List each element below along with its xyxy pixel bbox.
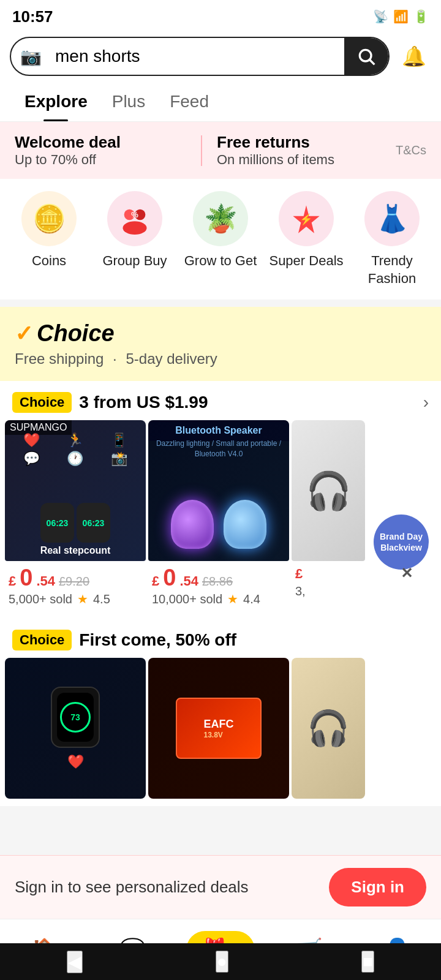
- price-main-p2: 0: [163, 566, 176, 589]
- grow-to-get-label: Grow to Get: [184, 252, 257, 270]
- tab-explore[interactable]: Explore: [12, 82, 100, 121]
- categories: 🪙 Coins % Group Buy 🪴 Grow to Get: [0, 179, 441, 300]
- product-info-p1: £ 0 .54 £9.20 5,000+ sold ★ 4.5: [5, 561, 146, 611]
- price-dec-p1: .54: [36, 573, 55, 589]
- product-row-1: SUPMANGO ❤️ 🏃 📱 💬 🕐 📸 06:23 06:23 Real s…: [0, 420, 441, 619]
- product-icons-grid: ❤️ 🏃 📱 💬 🕐 📸: [11, 432, 140, 467]
- star-icon-p1: ★: [77, 592, 88, 606]
- coins-label: Coins: [32, 252, 66, 270]
- svg-text:⚡: ⚡: [300, 213, 313, 226]
- product-tag-p2: Bluetooth Speaker: [148, 420, 289, 441]
- battery-icon: 🔋: [413, 9, 429, 24]
- price-row-p3: £: [295, 566, 361, 582]
- super-deals-icon: ⚡: [279, 191, 334, 246]
- svg-point-0: [360, 50, 371, 61]
- product-card-p4[interactable]: 73 ❤️: [5, 658, 146, 799]
- section1-badge: Choice: [12, 392, 72, 413]
- product-card-p3[interactable]: 🎧 £ 3,: [292, 420, 365, 611]
- section2-title-wrap: Choice First come, 50% off: [12, 630, 236, 650]
- choice-check-icon: ✓: [15, 321, 33, 347]
- svg-point-4: [123, 221, 147, 235]
- trendy-fashion-label: Trendy Fashion: [349, 252, 435, 287]
- search-button[interactable]: [344, 37, 388, 76]
- grow-to-get-icon: 🪴: [193, 191, 248, 246]
- speaker-images: [171, 500, 266, 549]
- product-overlay-text-p1: Real stepcount: [5, 545, 146, 556]
- camera-button[interactable]: 📷: [11, 37, 50, 76]
- section1-title: 3 from US $1.99: [79, 393, 208, 412]
- group-buy-label: Group Buy: [102, 252, 167, 270]
- category-coins[interactable]: 🪙 Coins: [6, 191, 92, 270]
- section2-badge: Choice: [12, 630, 72, 650]
- smartwatch-display: 06:23 06:23: [40, 503, 110, 543]
- tab-feed[interactable]: Feed: [157, 82, 221, 121]
- category-grow-to-get[interactable]: 🪴 Grow to Get: [178, 191, 263, 270]
- price-row-p1: £ 0 .54 £9.20: [9, 566, 142, 589]
- product-image-p6: 🎧: [292, 658, 365, 799]
- banner-divider: [201, 135, 202, 166]
- product-card-p1[interactable]: SUPMANGO ❤️ 🏃 📱 💬 🕐 📸 06:23 06:23 Real s…: [5, 420, 146, 611]
- price-row-p2: £ 0 .54 £8.86: [152, 566, 285, 589]
- welcome-banner: Welcome deal Up to 70% off Free returns …: [0, 122, 441, 179]
- price-orig-p1: £9.20: [59, 575, 89, 589]
- welcome-returns-right: Free returns On millions of items: [217, 133, 388, 168]
- android-recent-button[interactable]: ■: [361, 951, 374, 973]
- status-time: 10:57: [12, 7, 53, 26]
- brand-day-badge[interactable]: Brand Day Blackview: [374, 514, 429, 570]
- trendy-fashion-icon: 👗: [364, 191, 420, 246]
- section2-header: Choice First come, 50% off: [0, 619, 441, 658]
- float-badge-close[interactable]: ✕: [401, 565, 413, 582]
- tandc-link[interactable]: T&Cs: [396, 143, 426, 157]
- product-image-p2: Bluetooth Speaker Dazzling lighting / Sm…: [148, 420, 289, 561]
- price-orig-p2: £8.86: [202, 575, 233, 589]
- price-dec-p2: .54: [179, 573, 198, 589]
- product-image-p5: EAFC 13.8V: [148, 658, 289, 799]
- category-group-buy[interactable]: % Group Buy: [92, 191, 178, 270]
- android-nav: ◀ ● ■: [0, 943, 441, 980]
- rating-p2: 4.4: [243, 592, 260, 606]
- free-returns-title: Free returns: [217, 133, 388, 152]
- super-deals-label: Super Deals: [269, 252, 343, 270]
- product-card-p6[interactable]: 🎧: [292, 658, 365, 799]
- android-home-button[interactable]: ●: [216, 951, 228, 973]
- coins-icon: 🪙: [21, 191, 77, 246]
- search-input-wrap: 📷 men shorts: [10, 37, 390, 76]
- search-bar: 📷 men shorts 🔔: [0, 31, 441, 82]
- signin-bar: Sign in to see personalized deals Sign i…: [0, 855, 441, 919]
- sold-row-p2: 10,000+ sold ★ 4.4: [152, 592, 285, 606]
- notification-button[interactable]: 🔔: [397, 39, 431, 74]
- choice-title: ✓ Choice: [15, 320, 426, 347]
- signin-button[interactable]: Sign in: [329, 868, 426, 907]
- category-trendy-fashion[interactable]: 👗 Trendy Fashion: [349, 191, 435, 287]
- sold-count-p2: 10,000+ sold: [152, 592, 222, 606]
- welcome-deal-left: Welcome deal Up to 70% off: [15, 133, 186, 168]
- group-buy-icon: %: [107, 191, 162, 246]
- search-input[interactable]: men shorts: [50, 47, 344, 66]
- signin-text: Sign in to see personalized deals: [15, 878, 249, 897]
- product-card-p5[interactable]: EAFC 13.8V: [148, 658, 289, 799]
- cast-icon: 📡: [373, 9, 388, 24]
- welcome-deal-title: Welcome deal: [15, 133, 186, 152]
- product-row-2: 73 ❤️ EAFC 13.8V: [0, 658, 441, 806]
- product-info-p2: £ 0 .54 £8.86 10,000+ sold ★ 4.4: [148, 561, 289, 611]
- status-icons: 📡 📶 🔋: [373, 9, 429, 24]
- choice-banner: ✓ Choice Free shipping · 5-day delivery: [0, 307, 441, 381]
- wifi-icon: 📶: [393, 9, 409, 24]
- choice-subtitle: Free shipping · 5-day delivery: [15, 350, 426, 368]
- product-card-p2[interactable]: Bluetooth Speaker Dazzling lighting / Sm…: [148, 420, 289, 611]
- rating-p1: 4.5: [93, 592, 110, 606]
- product-image-p3: 🎧: [292, 420, 365, 561]
- product-image-p4: 73 ❤️: [5, 658, 146, 799]
- choice-brand: Choice: [37, 320, 115, 347]
- product-image-p1: SUPMANGO ❤️ 🏃 📱 💬 🕐 📸 06:23 06:23 Real s…: [5, 420, 146, 561]
- tab-plus[interactable]: Plus: [100, 82, 157, 121]
- category-super-deals[interactable]: ⚡ Super Deals: [263, 191, 349, 270]
- sold-count-p1: 5,000+ sold: [9, 592, 72, 606]
- sold-count-p3: 3,: [295, 584, 306, 598]
- sold-row-p3: 3,: [295, 584, 361, 598]
- free-returns-subtitle: On millions of items: [217, 152, 388, 168]
- section1-header[interactable]: Choice 3 from US $1.99 ›: [0, 381, 441, 420]
- section1-arrow[interactable]: ›: [423, 393, 429, 412]
- android-back-button[interactable]: ◀: [67, 951, 83, 973]
- price-main-p1: 0: [20, 566, 32, 589]
